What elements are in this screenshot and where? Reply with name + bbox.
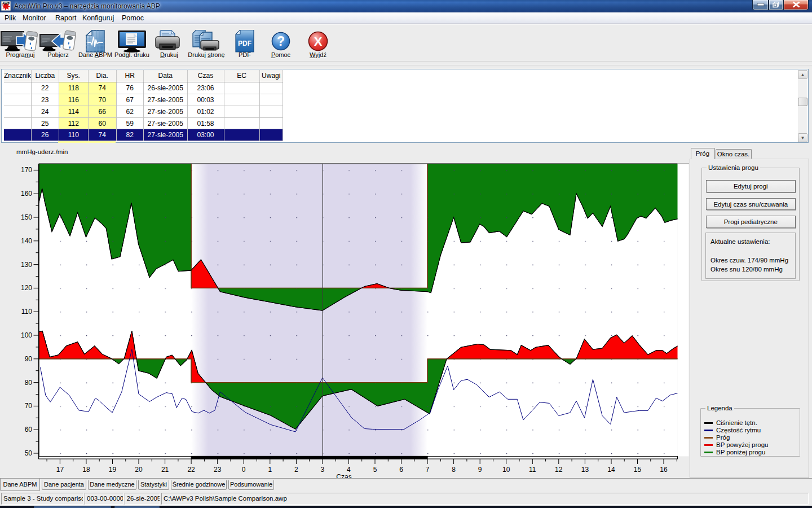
svg-text:23: 23 <box>214 466 222 474</box>
svg-text:9: 9 <box>478 466 482 474</box>
svg-text:10: 10 <box>502 466 510 474</box>
svg-text:160: 160 <box>21 190 32 198</box>
svg-text:140: 140 <box>21 237 32 245</box>
svg-text:6: 6 <box>399 466 403 474</box>
svg-text:AWP: AWP <box>2 2 10 5</box>
svg-text:150: 150 <box>21 213 32 221</box>
svg-text:80: 80 <box>25 379 33 387</box>
svg-text:X: X <box>314 34 323 49</box>
svg-text:130: 130 <box>21 261 32 269</box>
svg-text:100: 100 <box>21 331 32 339</box>
svg-text:16: 16 <box>660 466 668 474</box>
svg-text:?: ? <box>277 34 285 49</box>
svg-text:60: 60 <box>25 426 33 433</box>
svg-text:14: 14 <box>607 466 615 474</box>
svg-text:170: 170 <box>21 166 32 174</box>
svg-text:15: 15 <box>634 466 642 474</box>
svg-text:17: 17 <box>56 466 64 474</box>
svg-text:70: 70 <box>25 402 33 410</box>
svg-text:120: 120 <box>21 284 32 292</box>
svg-text:3: 3 <box>321 466 325 474</box>
svg-text:13: 13 <box>581 466 589 474</box>
svg-text:1: 1 <box>268 466 272 474</box>
svg-text:5: 5 <box>373 466 377 474</box>
svg-text:11: 11 <box>529 466 536 474</box>
svg-text:0: 0 <box>242 466 246 474</box>
svg-text:PDF: PDF <box>238 40 251 47</box>
svg-text:4: 4 <box>347 466 351 474</box>
svg-text:19: 19 <box>109 466 117 474</box>
svg-text:8: 8 <box>452 466 456 474</box>
svg-text:mmHg-uderz./min: mmHg-uderz./min <box>16 148 68 155</box>
svg-text:110: 110 <box>21 308 32 316</box>
svg-text:7: 7 <box>426 466 430 474</box>
svg-text:20: 20 <box>135 466 143 474</box>
svg-text:50: 50 <box>25 449 33 457</box>
svg-text:12: 12 <box>555 466 563 474</box>
svg-text:18: 18 <box>82 466 90 474</box>
svg-text:2: 2 <box>294 466 298 474</box>
svg-text:90: 90 <box>25 355 33 363</box>
svg-text:22: 22 <box>187 466 195 474</box>
svg-text:21: 21 <box>161 466 169 474</box>
